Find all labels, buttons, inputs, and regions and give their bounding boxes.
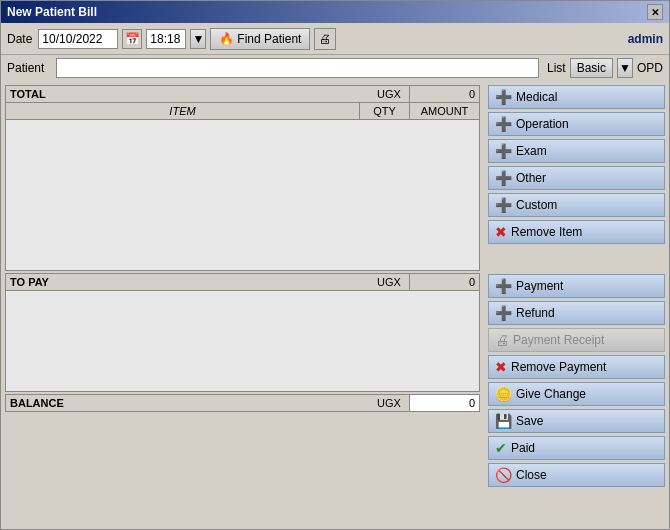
payment-receipt-label: Payment Receipt (513, 333, 604, 347)
basic-button[interactable]: Basic (570, 58, 613, 78)
main-content: TOTAL UGX 0 ITEM QTY AMOUNT TO PAY UGX 0 (1, 81, 669, 529)
give-change-button[interactable]: 🪙 Give Change (488, 382, 665, 406)
basic-dropdown-button[interactable]: ▼ (617, 58, 633, 78)
give-change-label: Give Change (516, 387, 586, 401)
total-amount: 0 (409, 86, 479, 102)
toolbar: Date 📅 ▼ 🔥 Find Patient 🖨 admin (1, 23, 669, 55)
topay-label: TO PAY (6, 274, 369, 290)
payments-area (6, 291, 479, 391)
balance-currency: UGX (369, 395, 409, 411)
window-title: New Patient Bill (7, 5, 97, 19)
save-icon: 💾 (495, 413, 512, 429)
amount-header: AMOUNT (409, 103, 479, 119)
medical-label: Medical (516, 90, 557, 104)
x-icon: ✖ (495, 359, 507, 375)
operation-button[interactable]: ➕ Operation (488, 112, 665, 136)
balance-label: BALANCE (6, 395, 369, 411)
opd-label: OPD (637, 61, 663, 75)
extra-button[interactable]: 🖨 (314, 28, 336, 50)
topay-currency: UGX (369, 274, 409, 290)
plus-icon: ➕ (495, 170, 512, 186)
coin-icon: 🪙 (495, 386, 512, 402)
payment-label: Payment (516, 279, 563, 293)
plus-icon: ➕ (495, 89, 512, 105)
column-headers: ITEM QTY AMOUNT (6, 103, 479, 120)
operation-label: Operation (516, 117, 569, 131)
remove-payment-label: Remove Payment (511, 360, 606, 374)
item-header: ITEM (6, 103, 359, 119)
refund-label: Refund (516, 306, 555, 320)
main-window: New Patient Bill ✕ Date 📅 ▼ 🔥 Find Patie… (0, 0, 670, 530)
items-area (6, 120, 479, 270)
patient-row: Patient List Basic ▼ OPD (1, 55, 669, 81)
topay-amount: 0 (409, 274, 479, 290)
total-currency: UGX (369, 86, 409, 102)
plus-icon: ➕ (495, 116, 512, 132)
other-button[interactable]: ➕ Other (488, 166, 665, 190)
left-panel: TOTAL UGX 0 ITEM QTY AMOUNT TO PAY UGX 0 (1, 81, 484, 529)
receipt-icon: 🖨 (495, 332, 509, 348)
topay-table: TO PAY UGX 0 (5, 273, 480, 392)
balance-amount: 0 (409, 395, 479, 411)
list-label: List (547, 61, 566, 75)
total-label: TOTAL (6, 86, 369, 102)
time-dropdown-button[interactable]: ▼ (190, 29, 206, 49)
find-patient-button[interactable]: 🔥 Find Patient (210, 28, 310, 50)
payment-receipt-button: 🖨 Payment Receipt (488, 328, 665, 352)
find-patient-label: Find Patient (237, 32, 301, 46)
paid-label: Paid (511, 441, 535, 455)
close-label: Close (516, 468, 547, 482)
refund-button[interactable]: ➕ Refund (488, 301, 665, 325)
medical-button[interactable]: ➕ Medical (488, 85, 665, 109)
custom-button[interactable]: ➕ Custom (488, 193, 665, 217)
plus-icon: ➕ (495, 278, 512, 294)
plus-icon: ➕ (495, 305, 512, 321)
title-bar: New Patient Bill ✕ (1, 1, 669, 23)
total-row: TOTAL UGX 0 (6, 86, 479, 103)
save-label: Save (516, 414, 543, 428)
billing-table: TOTAL UGX 0 ITEM QTY AMOUNT (5, 85, 480, 271)
paid-button[interactable]: ✔ Paid (488, 436, 665, 460)
check-icon: ✔ (495, 440, 507, 456)
plus-icon: ➕ (495, 197, 512, 213)
qty-header: QTY (359, 103, 409, 119)
other-label: Other (516, 171, 546, 185)
right-panel: ➕ Medical ➕ Operation ➕ Exam ➕ Other ➕ C… (484, 81, 669, 529)
date-label: Date (7, 32, 32, 46)
remove-payment-button[interactable]: ✖ Remove Payment (488, 355, 665, 379)
payment-button[interactable]: ➕ Payment (488, 274, 665, 298)
x-icon: ✖ (495, 224, 507, 240)
save-button[interactable]: 💾 Save (488, 409, 665, 433)
plus-icon: ➕ (495, 143, 512, 159)
patient-label: Patient (7, 61, 52, 75)
time-input[interactable] (146, 29, 186, 49)
balance-container: BALANCE UGX 0 (5, 394, 480, 412)
remove-item-button[interactable]: ✖ Remove Item (488, 220, 665, 244)
remove-item-label: Remove Item (511, 225, 582, 239)
no-icon: 🚫 (495, 467, 512, 483)
close-window-button[interactable]: ✕ (647, 4, 663, 20)
date-input[interactable] (38, 29, 118, 49)
fire-icon: 🔥 (219, 32, 234, 46)
patient-input[interactable] (56, 58, 539, 78)
calendar-icon[interactable]: 📅 (122, 29, 142, 49)
custom-label: Custom (516, 198, 557, 212)
exam-label: Exam (516, 144, 547, 158)
topay-row: TO PAY UGX 0 (6, 274, 479, 291)
user-label: admin (628, 32, 663, 46)
close-button[interactable]: 🚫 Close (488, 463, 665, 487)
exam-button[interactable]: ➕ Exam (488, 139, 665, 163)
